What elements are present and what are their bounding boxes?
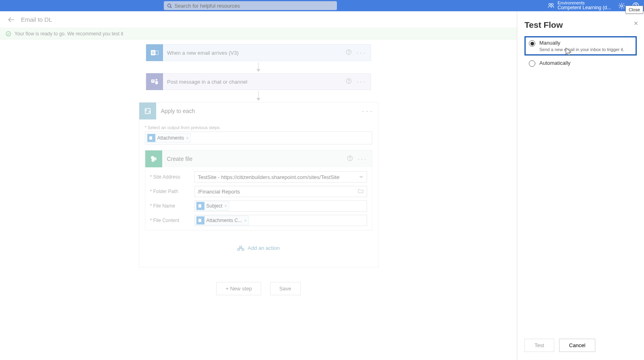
notice-text: Your flow is ready to go. We recommend y… bbox=[14, 31, 123, 37]
page-title: Email to DL bbox=[21, 16, 52, 23]
create-file-title: Create file bbox=[167, 156, 347, 162]
subject-token: Subject × bbox=[196, 201, 229, 211]
select-output-label: Select an output from previous steps bbox=[145, 125, 372, 130]
loop-icon bbox=[139, 103, 156, 119]
svg-rect-31 bbox=[240, 246, 242, 247]
create-file-card: Create file · · · Site Address TestSite bbox=[145, 150, 372, 230]
folder-path-value: /Financial Reports bbox=[198, 189, 240, 195]
outlook-token-icon bbox=[147, 134, 155, 142]
sharepoint-icon bbox=[145, 150, 162, 167]
gear-icon[interactable] bbox=[618, 2, 625, 9]
test-button[interactable]: Test bbox=[524, 339, 554, 352]
search-input[interactable] bbox=[174, 3, 334, 9]
help-icon[interactable] bbox=[346, 49, 352, 56]
output-input[interactable]: Attachments × bbox=[145, 132, 372, 144]
site-address-select[interactable]: TestSite - https://citizenbuilders.share… bbox=[194, 171, 367, 183]
add-action-label: Add an action bbox=[248, 245, 280, 251]
svg-point-3 bbox=[551, 4, 553, 6]
test-flow-panel: ✕ Test Flow Manually Send a new email in… bbox=[517, 11, 644, 360]
automatically-option[interactable]: Automatically bbox=[524, 56, 637, 70]
chevron-down-icon bbox=[359, 174, 363, 180]
outlook-token-icon bbox=[196, 202, 204, 210]
token-text: Subject bbox=[206, 203, 223, 209]
outlook-icon: O bbox=[146, 44, 163, 61]
manually-label: Manually bbox=[539, 40, 632, 46]
attachments-content-token: Attachments C... × bbox=[196, 216, 249, 225]
env-name: Competent Learning (d... bbox=[557, 5, 611, 10]
site-address-label: Site Address bbox=[150, 174, 194, 180]
svg-point-17 bbox=[155, 79, 157, 81]
close-icon[interactable]: ✕ bbox=[634, 20, 638, 27]
file-content-label: File Content bbox=[150, 218, 194, 223]
attachments-token: Attachments × bbox=[147, 133, 191, 143]
check-circle-icon bbox=[6, 31, 11, 37]
panel-title: Test Flow bbox=[524, 20, 637, 30]
outlook-token-icon bbox=[196, 216, 204, 224]
svg-point-12 bbox=[349, 53, 349, 53]
file-content-input[interactable]: Attachments C... × bbox=[194, 215, 367, 226]
more-icon[interactable]: · · · bbox=[362, 107, 378, 115]
close-tooltip: Close bbox=[625, 6, 643, 14]
environment-selector[interactable]: Environments Competent Learning (d... bbox=[548, 0, 611, 10]
svg-rect-23 bbox=[149, 136, 152, 140]
svg-point-28 bbox=[350, 159, 350, 160]
connector-arrow bbox=[256, 90, 261, 102]
radio-icon bbox=[529, 40, 535, 47]
connector-arrow bbox=[256, 61, 261, 73]
file-name-label: File Name bbox=[150, 203, 194, 209]
svg-point-19 bbox=[349, 82, 349, 82]
flow-canvas: O When a new email arrives (V3) · · · T … bbox=[0, 39, 517, 360]
add-action-button[interactable]: Add an action bbox=[145, 230, 372, 261]
arrow-left-icon bbox=[8, 16, 15, 23]
more-icon[interactable]: · · · bbox=[357, 49, 365, 56]
save-button[interactable]: Save bbox=[270, 282, 301, 295]
svg-point-26 bbox=[151, 159, 154, 162]
new-step-button[interactable]: + New step bbox=[216, 282, 261, 295]
token-text: Attachments bbox=[157, 135, 184, 141]
apply-title: Apply to each bbox=[161, 108, 362, 114]
svg-point-2 bbox=[549, 4, 551, 6]
folder-path-label: Folder Path bbox=[150, 189, 194, 194]
search-box[interactable] bbox=[164, 1, 337, 10]
cancel-button[interactable]: Cancel bbox=[559, 339, 595, 352]
folder-picker-icon[interactable] bbox=[358, 189, 363, 195]
remove-token-icon[interactable]: × bbox=[186, 136, 188, 140]
svg-point-4 bbox=[621, 4, 623, 6]
svg-line-1 bbox=[171, 6, 172, 8]
svg-rect-30 bbox=[198, 219, 201, 222]
manually-description: Send a new email in your inbox to trigge… bbox=[539, 47, 632, 52]
help-icon[interactable] bbox=[347, 155, 353, 163]
more-icon[interactable]: · · · bbox=[358, 155, 366, 163]
svg-rect-34 bbox=[242, 249, 244, 250]
teams-card[interactable]: T Post message in a chat or channel · · … bbox=[146, 73, 371, 90]
teams-title: Post message in a chat or channel bbox=[167, 79, 346, 85]
trigger-card[interactable]: O When a new email arrives (V3) · · · bbox=[146, 44, 371, 61]
search-icon bbox=[167, 3, 172, 8]
svg-text:T: T bbox=[152, 79, 154, 83]
create-file-header[interactable]: Create file · · · bbox=[145, 150, 372, 167]
more-icon[interactable]: · · · bbox=[357, 78, 365, 85]
app-header: Environments Competent Learning (d... bbox=[0, 0, 644, 11]
add-action-icon bbox=[237, 245, 244, 251]
back-button[interactable] bbox=[6, 15, 16, 25]
svg-text:O: O bbox=[152, 51, 155, 55]
remove-token-icon[interactable]: × bbox=[225, 204, 227, 208]
remove-token-icon[interactable]: × bbox=[244, 218, 246, 223]
svg-rect-22 bbox=[145, 109, 150, 114]
svg-rect-29 bbox=[198, 204, 201, 208]
svg-marker-14 bbox=[257, 69, 260, 72]
teams-icon: T bbox=[146, 73, 163, 90]
token-text: Attachments C... bbox=[206, 218, 242, 223]
manually-option[interactable]: Manually Send a new email in your inbox … bbox=[524, 36, 637, 56]
svg-rect-33 bbox=[237, 249, 239, 250]
site-address-value: TestSite - https://citizenbuilders.share… bbox=[198, 174, 340, 180]
folder-path-input[interactable]: /Financial Reports bbox=[194, 186, 367, 197]
apply-header[interactable]: Apply to each · · · bbox=[139, 103, 378, 119]
automatically-label: Automatically bbox=[539, 60, 632, 66]
svg-point-0 bbox=[168, 4, 171, 7]
help-icon[interactable] bbox=[346, 78, 352, 85]
file-name-input[interactable]: Subject × bbox=[194, 200, 367, 212]
apply-to-each-card: Apply to each · · · Select an output fro… bbox=[139, 102, 378, 267]
svg-rect-10 bbox=[155, 51, 158, 54]
mouse-cursor bbox=[565, 47, 572, 58]
